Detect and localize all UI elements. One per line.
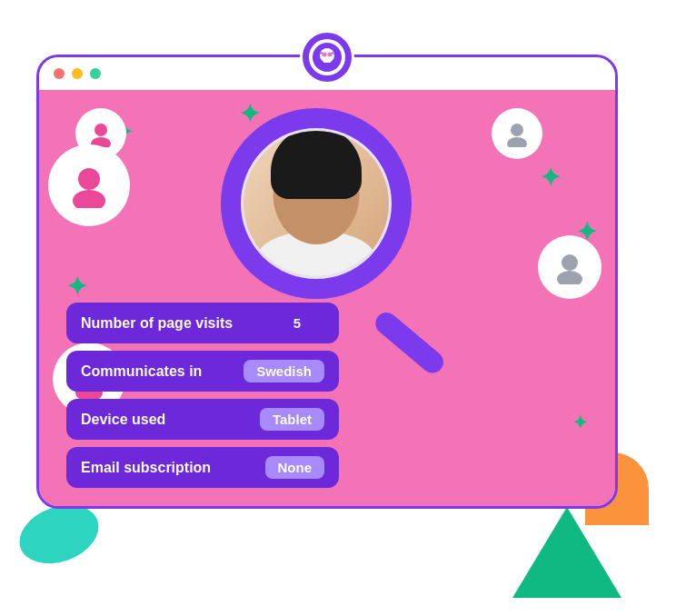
info-card-page-visits: Number of page visits 5 [66,303,339,343]
info-cards: Number of page visits 5 Communicates in … [66,303,339,488]
user-icon-5 [552,250,587,284]
info-card-language: Communicates in Swedish [66,351,339,392]
dot-green [90,68,101,79]
device-value: Tablet [260,408,324,431]
magnifier-handle [371,308,447,377]
user-icon-1 [87,120,114,147]
page-visits-value: 5 [270,312,324,334]
svg-point-3 [328,53,333,57]
page-visits-label: Number of page visits [81,315,259,332]
language-label: Communicates in [81,363,233,380]
top-avatar [300,30,354,84]
svg-point-12 [73,190,105,208]
user-icon-2 [503,120,531,147]
svg-rect-4 [323,60,331,63]
scene: ✦ ✦ ✦ ✦ ✦ ✦ [0,0,676,616]
user-icon-3 [66,163,112,208]
device-label: Device used [81,412,249,428]
svg-point-9 [511,124,523,136]
email-value: None [265,456,325,479]
svg-rect-5 [320,52,323,55]
user-circle-2 [492,108,542,159]
browser-content: ✦ ✦ ✦ ✦ ✦ ✦ [39,90,615,506]
info-card-device: Device used Tablet [66,399,339,440]
svg-point-10 [507,137,527,147]
robot-icon [311,41,343,74]
svg-point-2 [323,53,327,57]
svg-point-15 [562,254,578,271]
info-card-email: Email subscription None [66,447,339,488]
green-triangle [512,507,621,598]
hair [271,131,362,199]
browser-window: ✦ ✦ ✦ ✦ ✦ ✦ [36,55,618,509]
svg-point-16 [557,271,582,284]
email-label: Email subscription [81,460,254,476]
avatar-inner [309,39,345,75]
person-photo [244,131,389,276]
sparkle-4: ✦ [66,272,87,302]
sparkle-6: ✦ [572,412,588,433]
sparkle-3: ✦ [540,163,561,193]
user-circle-5 [538,235,601,299]
svg-point-11 [78,168,100,190]
dot-red [54,68,65,79]
svg-point-7 [94,124,107,136]
svg-rect-6 [332,52,334,55]
user-circle-3 [48,144,130,226]
dot-yellow [72,68,83,79]
magnifier-circle [221,108,412,299]
language-value: Swedish [244,360,324,383]
